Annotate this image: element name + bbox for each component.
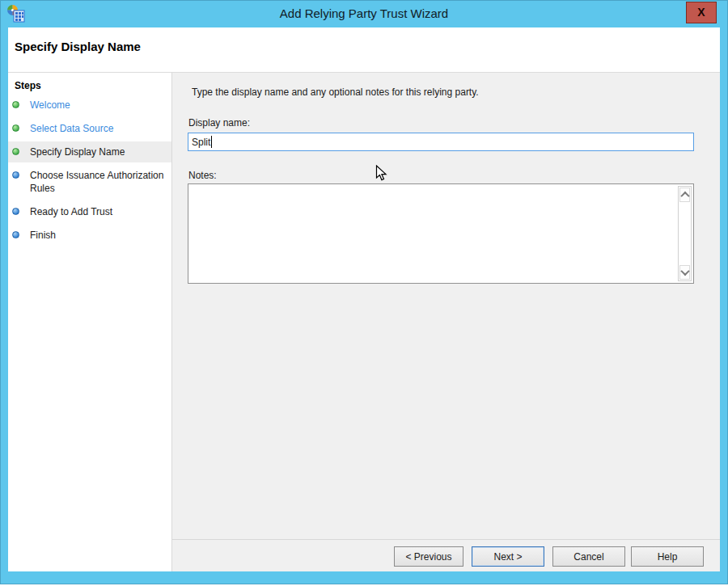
wizard-page-header: Specify Display Name (8, 27, 720, 73)
display-name-label: Display name: (188, 117, 250, 129)
sidebar-step-ready-to-add-trust: Ready to Add Trust (8, 201, 171, 222)
chevron-down-icon (680, 267, 689, 276)
page-title: Specify Display Name (8, 27, 720, 53)
scroll-up-button[interactable] (679, 188, 690, 202)
steps-heading: Steps (15, 80, 171, 91)
footer-separator (172, 539, 720, 540)
step-upcoming-dot-icon (12, 171, 19, 179)
next-button[interactable]: Next > (472, 546, 544, 567)
chevron-up-icon (680, 192, 689, 200)
steps-sidebar: Steps Welcome Select Data Source Specify… (8, 73, 172, 571)
close-button[interactable]: X (686, 2, 717, 23)
notes-label: Notes: (188, 170, 217, 181)
step-upcoming-dot-icon (12, 208, 19, 215)
sidebar-step-welcome[interactable]: Welcome (8, 95, 171, 116)
sidebar-step-choose-issuance-authorization-rules: Choose Issuance Authorization Rules (8, 165, 171, 199)
sidebar-step-finish: Finish (8, 225, 171, 246)
window-border-left (0, 27, 8, 584)
text-caret (211, 136, 212, 148)
window-border-right (720, 27, 728, 584)
step-upcoming-dot-icon (12, 231, 19, 238)
step-current-dot-icon (12, 148, 19, 155)
sidebar-step-select-data-source[interactable]: Select Data Source (8, 118, 171, 139)
step-completed-dot-icon (12, 101, 19, 108)
display-name-field-wrap (188, 133, 694, 151)
instruction-text: Type the display name and any optional n… (192, 86, 479, 98)
display-name-input[interactable] (188, 133, 694, 151)
window-border-bottom (0, 571, 728, 584)
previous-button[interactable]: < Previous (394, 546, 463, 567)
step-completed-dot-icon (12, 124, 19, 132)
titlebar[interactable]: Add Relying Party Trust Wizard X (0, 0, 728, 27)
scroll-down-button[interactable] (679, 265, 690, 280)
sidebar-step-specify-display-name: Specify Display Name (8, 141, 171, 162)
help-button[interactable]: Help (631, 546, 704, 567)
window-title: Add Relying Party Trust Wizard (0, 0, 728, 27)
notes-textarea[interactable] (188, 183, 694, 284)
notes-scrollbar[interactable] (678, 186, 692, 281)
wizard-page-content: Type the display name and any optional n… (172, 73, 720, 571)
cancel-button[interactable]: Cancel (552, 546, 625, 567)
